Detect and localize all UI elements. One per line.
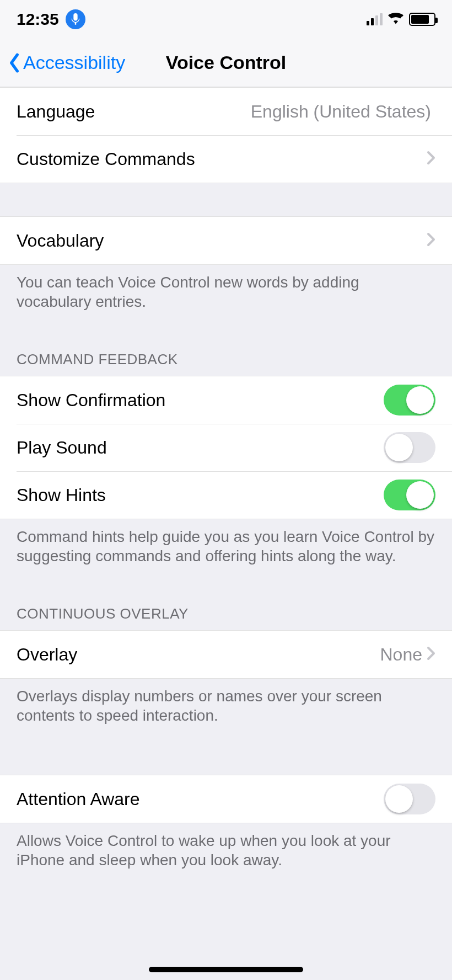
back-button[interactable]: Accessibility: [0, 52, 125, 73]
row-show-hints-label: Show Hints: [17, 485, 106, 505]
feedback-footer: Command hints help guide you as you lear…: [0, 519, 452, 582]
row-overlay-value: None: [380, 645, 423, 665]
row-show-confirmation-label: Show Confirmation: [17, 390, 165, 411]
header-command-feedback: COMMAND FEEDBACK: [0, 343, 452, 376]
status-time: 12:35: [17, 10, 59, 29]
header-continuous-overlay: CONTINUOUS OVERLAY: [0, 598, 452, 630]
row-show-hints[interactable]: Show Hints: [0, 471, 452, 519]
row-attention-aware-label: Attention Aware: [17, 789, 140, 809]
battery-icon: [409, 13, 435, 26]
switch-show-confirmation[interactable]: [384, 385, 435, 416]
chevron-left-icon: [8, 53, 21, 73]
row-customize-commands[interactable]: Customize Commands: [0, 135, 452, 183]
back-label: Accessibility: [23, 52, 125, 73]
chevron-right-icon: [427, 231, 435, 251]
row-language[interactable]: Language English (United States): [0, 88, 452, 135]
chevron-right-icon: [427, 645, 435, 665]
vocabulary-footer: You can teach Voice Control new words by…: [0, 265, 452, 328]
status-bar: 12:35: [0, 0, 452, 39]
home-indicator[interactable]: [149, 967, 303, 972]
row-language-value: English (United States): [251, 102, 431, 122]
row-vocabulary[interactable]: Vocabulary: [0, 217, 452, 264]
row-overlay[interactable]: Overlay None: [0, 631, 452, 678]
row-show-confirmation[interactable]: Show Confirmation: [0, 376, 452, 424]
overlay-footer: Overlays display numbers or names over y…: [0, 679, 452, 742]
row-customize-label: Customize Commands: [17, 149, 195, 169]
row-play-sound-label: Play Sound: [17, 438, 107, 458]
voice-control-active-icon: [66, 9, 85, 29]
wifi-icon: [388, 12, 403, 26]
attention-footer: Allows Voice Control to wake up when you…: [0, 823, 452, 886]
switch-show-hints[interactable]: [384, 480, 435, 510]
switch-attention-aware[interactable]: [384, 784, 435, 814]
switch-play-sound[interactable]: [384, 432, 435, 463]
row-play-sound[interactable]: Play Sound: [0, 424, 452, 471]
chevron-right-icon: [427, 149, 435, 169]
row-attention-aware[interactable]: Attention Aware: [0, 775, 452, 823]
row-vocabulary-label: Vocabulary: [17, 231, 104, 251]
cellular-signal-icon: [367, 13, 383, 25]
row-language-label: Language: [17, 102, 95, 122]
row-overlay-label: Overlay: [17, 645, 77, 665]
navigation-bar: Accessibility Voice Control: [0, 39, 452, 87]
